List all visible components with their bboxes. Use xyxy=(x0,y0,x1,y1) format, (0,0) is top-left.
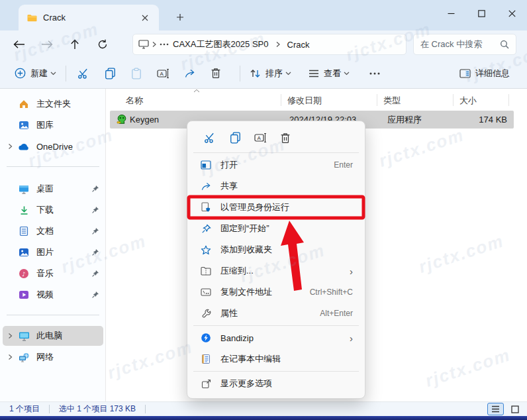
search-icon[interactable] xyxy=(500,40,509,49)
copy-icon xyxy=(105,68,116,79)
column-header-size[interactable]: 大小 xyxy=(459,93,477,109)
sidebar-item-videos[interactable]: 视频 xyxy=(3,285,103,305)
this-pc-icon xyxy=(138,40,149,49)
tab-close-icon[interactable] xyxy=(138,11,152,25)
sidebar-item-this-pc[interactable]: 此电脑 xyxy=(3,326,103,346)
zip-folder-icon xyxy=(199,266,213,276)
copy-button[interactable] xyxy=(97,62,123,85)
details-view-icon xyxy=(491,405,500,413)
sidebar-item-gallery[interactable]: 图库 xyxy=(3,115,103,135)
back-icon[interactable] xyxy=(8,33,30,56)
sort-button[interactable]: 排序 xyxy=(244,62,297,85)
share-button[interactable] xyxy=(176,62,203,85)
sidebar-item-documents[interactable]: 文档 xyxy=(3,221,103,241)
folder-icon xyxy=(26,13,37,23)
cut-button[interactable] xyxy=(70,62,97,85)
sidebar-item-network[interactable]: 网络 xyxy=(3,347,103,367)
pin-outline-icon xyxy=(199,224,213,234)
delete-button[interactable] xyxy=(273,127,298,148)
sidebar-item-home[interactable]: 主文件夹 xyxy=(3,94,103,114)
cut-button[interactable] xyxy=(197,127,222,148)
menu-item-show-more-options[interactable]: 显示更多选项 xyxy=(191,373,361,394)
sidebar-item-label: 视频 xyxy=(36,289,87,301)
paste-button[interactable] xyxy=(123,62,150,85)
minimize-button[interactable] xyxy=(436,0,466,26)
pin-icon xyxy=(87,291,103,299)
breadcrumb-current[interactable]: Crack xyxy=(283,40,314,50)
tab-crack[interactable]: Crack xyxy=(19,5,159,30)
menu-item-run-as-admin[interactable]: 以管理员身份运行 xyxy=(191,197,361,218)
rename-button[interactable]: A xyxy=(150,62,176,85)
menu-item-label: 在记事本中编辑 xyxy=(220,353,281,365)
sidebar-item-onedrive[interactable]: OneDrive xyxy=(3,136,103,156)
share-icon xyxy=(199,182,213,191)
pin-icon xyxy=(87,270,103,278)
sort-ascending-icon xyxy=(193,89,200,93)
menu-shortcut: Enter xyxy=(334,160,353,170)
network-icon xyxy=(17,352,30,362)
address-bar[interactable]: CAXA工艺图表2025 SP0 Crack xyxy=(132,34,407,55)
menu-item-bandizip[interactable]: Bandizip › xyxy=(191,327,361,348)
menu-item-compress-to[interactable]: 压缩到... › xyxy=(191,260,361,282)
sidebar-item-label: 网络 xyxy=(36,351,103,363)
menu-item-properties[interactable]: 属性 Alt+Enter xyxy=(191,303,361,324)
copy-path-icon xyxy=(199,288,213,297)
copy-button[interactable] xyxy=(222,127,248,148)
menu-item-edit-in-notepad[interactable]: 在记事本中编辑 xyxy=(191,348,361,370)
rename-icon: A xyxy=(157,68,169,79)
see-more-button[interactable] xyxy=(361,62,388,85)
chevron-right-icon[interactable] xyxy=(3,143,17,150)
maximize-button[interactable] xyxy=(466,0,497,26)
details-view-toggle[interactable] xyxy=(487,403,504,415)
sidebar-item-pictures[interactable]: 图片 xyxy=(3,242,103,262)
sidebar-item-desktop[interactable]: 桌面 xyxy=(3,179,103,199)
sidebar-item-label: 图库 xyxy=(36,119,103,131)
column-header-type[interactable]: 类型 xyxy=(383,93,401,109)
file-name: Keygen xyxy=(130,115,159,125)
sidebar-item-downloads[interactable]: 下载 xyxy=(3,200,103,220)
details-pane-button[interactable]: 详细信息 xyxy=(454,62,518,85)
menu-item-label: 共享 xyxy=(220,180,238,192)
plus-circle-icon xyxy=(15,68,26,79)
large-icons-view-toggle[interactable] xyxy=(506,403,523,415)
bandizip-icon xyxy=(199,333,213,343)
sidebar-item-music[interactable]: ♪ 音乐 xyxy=(3,264,103,284)
menu-item-label: 固定到“开始” xyxy=(220,223,269,235)
new-tab-button[interactable] xyxy=(171,8,189,26)
breadcrumb-overflow-icon[interactable] xyxy=(160,43,169,46)
trash-icon xyxy=(280,132,291,144)
menu-item-add-to-favorites[interactable]: 添加到收藏夹 xyxy=(191,239,361,260)
up-icon[interactable] xyxy=(64,33,86,56)
menu-shortcut: Ctrl+Shift+C xyxy=(310,288,353,297)
clipboard-icon xyxy=(131,68,142,79)
forward-icon[interactable] xyxy=(36,33,58,56)
menu-item-copy-file-path[interactable]: 复制文件地址 Ctrl+Shift+C xyxy=(191,282,361,303)
file-size: 174 KB xyxy=(479,115,507,125)
column-header-name[interactable]: 名称 xyxy=(126,93,143,109)
large-icons-view-icon xyxy=(511,405,519,413)
delete-button[interactable] xyxy=(203,62,229,85)
sort-button-label: 排序 xyxy=(265,68,283,79)
close-button[interactable] xyxy=(497,0,527,26)
notepad-icon xyxy=(199,354,213,364)
menu-item-share[interactable]: 共享 xyxy=(191,176,361,197)
svg-text:♪: ♪ xyxy=(22,271,26,278)
breadcrumb-parent[interactable]: CAXA工艺图表2025 SP0 xyxy=(169,38,273,50)
chevron-right-icon[interactable] xyxy=(3,333,17,339)
search-input[interactable]: 在 Crack 中搜索 xyxy=(413,34,516,55)
column-header-modified[interactable]: 修改日期 xyxy=(287,93,322,109)
svg-text:A: A xyxy=(160,71,164,77)
desktop-icon xyxy=(17,184,30,194)
download-icon xyxy=(17,205,30,215)
rename-button[interactable]: A xyxy=(248,127,273,148)
refresh-icon[interactable] xyxy=(91,33,114,56)
sidebar-item-label: 桌面 xyxy=(36,183,87,195)
menu-item-pin-to-start[interactable]: 固定到“开始” xyxy=(191,218,361,239)
sidebar-item-label: 此电脑 xyxy=(36,330,103,342)
menu-shortcut: Alt+Enter xyxy=(320,309,353,318)
view-button[interactable]: 查看 xyxy=(303,62,355,85)
sidebar: 主文件夹 图库 OneDrive xyxy=(0,89,106,401)
chevron-right-icon[interactable] xyxy=(3,354,17,360)
menu-item-open[interactable]: 打开 Enter xyxy=(191,154,361,176)
new-button[interactable]: 新建 xyxy=(9,62,62,85)
